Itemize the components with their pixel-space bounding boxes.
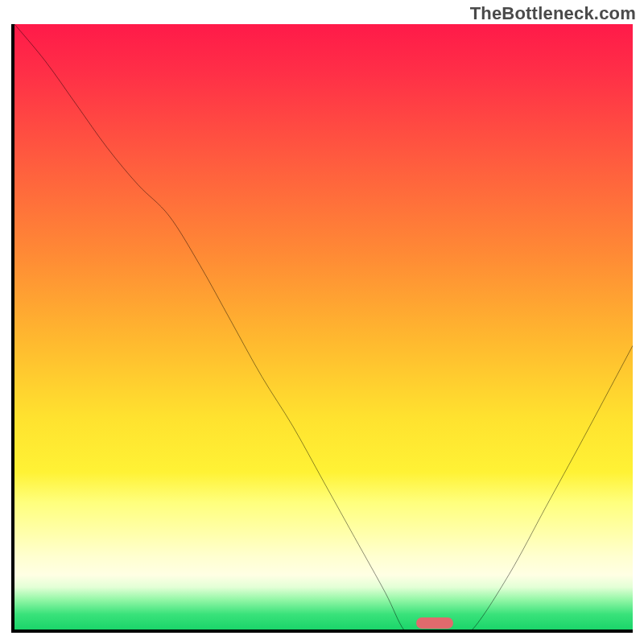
chart-stage: TheBottleneck.com (0, 0, 644, 644)
watermark-text: TheBottleneck.com (470, 3, 636, 24)
bottleneck-curve (14, 24, 633, 633)
optimal-marker (416, 617, 453, 629)
plot-area (11, 24, 633, 633)
curve-path (14, 24, 633, 633)
